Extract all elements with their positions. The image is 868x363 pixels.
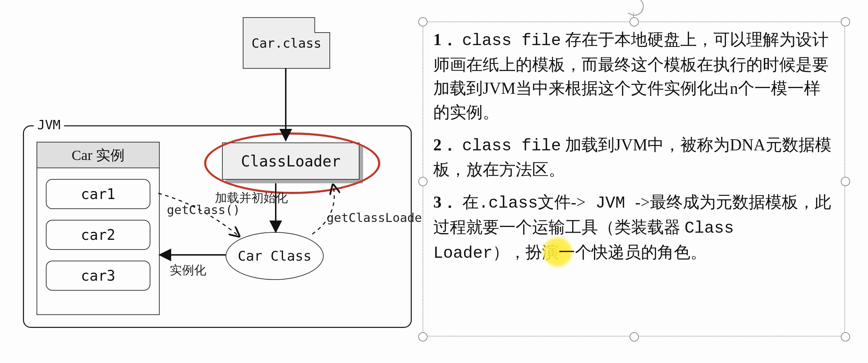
note-text-tail: 一个快递员的角色。 <box>559 243 707 261</box>
note-mono: JVM <box>585 194 635 213</box>
note-mono: class file <box>462 137 561 155</box>
classloader-label: ClassLoader <box>241 153 341 170</box>
selection-handle[interactable] <box>418 177 428 186</box>
note-text: 文件-> <box>538 193 585 211</box>
jvm-label: JVM <box>34 117 64 132</box>
note-number: 1． <box>433 30 458 49</box>
label-getclass: getClass() <box>167 203 240 217</box>
selection-handle[interactable] <box>630 332 639 342</box>
car-class-ellipse: Car Class <box>226 232 324 280</box>
note-number: 2． <box>433 136 458 154</box>
selection-handle[interactable] <box>418 332 428 342</box>
note-mono: .class <box>479 194 538 213</box>
note-number: 3． <box>433 193 458 211</box>
car-panel-title: Car 实例 <box>37 142 159 168</box>
note-paragraph-2: 2． class file 加载到JVM中，被称为DNA元数据模板，放在方法区。 <box>433 133 834 182</box>
car-row: car1 <box>46 179 150 209</box>
classloader-box: ClassLoader <box>222 142 360 180</box>
note-mono: class file <box>462 32 561 50</box>
selection-handle[interactable] <box>841 17 850 26</box>
file-car-class: Car.class <box>243 17 330 69</box>
selection-handle[interactable] <box>630 17 639 26</box>
note-text: ），扮演 <box>493 243 559 261</box>
file-label: Car.class <box>251 36 321 50</box>
selection-handle[interactable] <box>841 332 850 342</box>
car-rows: car1 car2 car3 <box>37 168 159 301</box>
car-class-label: Car Class <box>238 248 312 264</box>
rotate-handle-icon[interactable] <box>625 0 644 16</box>
selection-handle[interactable] <box>418 17 428 26</box>
car-instance-panel: Car 实例 car1 car2 car3 <box>37 142 160 315</box>
notes-textbox[interactable]: 1． class file 存在于本地硬盘上，可以理解为设计师画在纸上的模板，而… <box>423 21 845 337</box>
note-paragraph-1: 1． class file 存在于本地硬盘上，可以理解为设计师画在纸上的模板，而… <box>433 28 834 125</box>
label-instantiate: 实例化 <box>170 262 206 279</box>
note-paragraph-3: 3． 在.class文件-> JVM ->最终成为元数据模板，此过程就要一个运输… <box>433 190 834 265</box>
car-row: car2 <box>46 220 150 250</box>
selection-handle[interactable] <box>841 177 850 186</box>
car-row: car3 <box>46 261 150 291</box>
note-text: 一个快递员的角色。 <box>559 243 707 261</box>
file-fold-corner <box>314 17 330 33</box>
note-text: 在 <box>462 193 479 211</box>
